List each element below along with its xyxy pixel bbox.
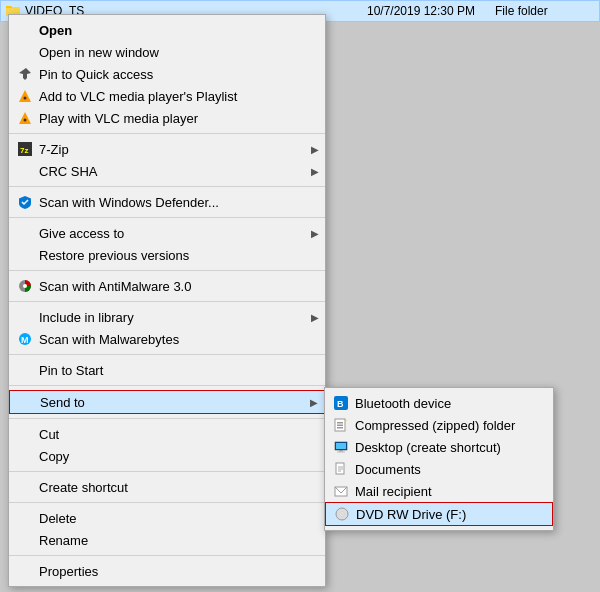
submenu-item-mail[interactable]: Mail recipient [325, 480, 553, 502]
svg-rect-20 [336, 443, 346, 449]
menu-separator [9, 217, 325, 218]
menu-item-label-copy: Copy [39, 449, 305, 464]
dvd-icon [334, 506, 350, 522]
submenu-item-documents[interactable]: Documents [325, 458, 553, 480]
none-icon [17, 163, 33, 179]
submenu-item-dvd[interactable]: DVD RW Drive (F:) [325, 502, 553, 526]
submenu-item-desktop[interactable]: Desktop (create shortcut) [325, 436, 553, 458]
menu-item-label-properties: Properties [39, 564, 305, 579]
menu-separator [9, 471, 325, 472]
submenu-item-label-compressed: Compressed (zipped) folder [355, 418, 515, 433]
svg-text:7z: 7z [20, 146, 28, 155]
svg-marker-15 [345, 419, 347, 421]
menu-separator [9, 354, 325, 355]
none-icon [17, 563, 33, 579]
menu-item-7zip[interactable]: 7z 7-Zip▶ [9, 138, 325, 160]
none-icon [17, 309, 33, 325]
svg-marker-24 [344, 463, 346, 465]
menu-separator [9, 502, 325, 503]
mail-icon [333, 483, 349, 499]
menu-item-scan-antimalware[interactable]: Scan with AntiMalware 3.0 [9, 275, 325, 297]
malwarebytes-icon: M [17, 331, 33, 347]
menu-item-label-add-vlc-playlist: Add to VLC media player's Playlist [39, 89, 305, 104]
none-icon [17, 247, 33, 263]
menu-item-delete[interactable]: Delete [9, 507, 325, 529]
shield-icon [17, 194, 33, 210]
submenu-item-label-documents: Documents [355, 462, 421, 477]
svg-text:M: M [21, 335, 29, 345]
menu-item-label-include-library: Include in library [39, 310, 305, 325]
zip-icon [333, 417, 349, 433]
menu-item-include-library[interactable]: Include in library▶ [9, 306, 325, 328]
menu-item-scan-malwarebytes[interactable]: M Scan with Malwarebytes [9, 328, 325, 350]
menu-item-pin-quick-access[interactable]: Pin to Quick access [9, 63, 325, 85]
svg-point-2 [24, 97, 27, 100]
vlc-icon [17, 110, 33, 126]
menu-item-label-play-vlc: Play with VLC media player [39, 111, 305, 126]
menu-separator [9, 418, 325, 419]
none-icon [17, 44, 33, 60]
submenu-item-label-mail: Mail recipient [355, 484, 432, 499]
menu-separator [9, 555, 325, 556]
menu-item-label-rename: Rename [39, 533, 305, 548]
menu-item-copy[interactable]: Copy [9, 445, 325, 467]
svg-point-5 [24, 119, 27, 122]
file-type: File folder [495, 4, 595, 18]
submenu-item-label-dvd: DVD RW Drive (F:) [356, 507, 466, 522]
none-icon [17, 479, 33, 495]
menu-item-create-shortcut[interactable]: Create shortcut [9, 476, 325, 498]
svg-rect-21 [339, 450, 343, 452]
menu-item-label-crc-sha: CRC SHA [39, 164, 305, 179]
submenu-arrow-include-library: ▶ [311, 312, 319, 323]
vlc-icon [17, 88, 33, 104]
menu-item-label-restore-versions: Restore previous versions [39, 248, 305, 263]
7zip-icon: 7z [17, 141, 33, 157]
svg-rect-17 [337, 425, 343, 427]
menu-item-restore-versions[interactable]: Restore previous versions [9, 244, 325, 266]
menu-item-open-new-window[interactable]: Open in new window [9, 41, 325, 63]
submenu-item-label-desktop: Desktop (create shortcut) [355, 440, 501, 455]
none-icon [17, 532, 33, 548]
menu-item-label-open-new-window: Open in new window [39, 45, 305, 60]
menu-item-scan-defender[interactable]: Scan with Windows Defender... [9, 191, 325, 213]
submenu-item-compressed[interactable]: Compressed (zipped) folder [325, 414, 553, 436]
menu-item-rename[interactable]: Rename [9, 529, 325, 551]
menu-item-give-access[interactable]: Give access to▶ [9, 222, 325, 244]
menu-item-play-vlc[interactable]: Play with VLC media player [9, 107, 325, 129]
none-icon [17, 448, 33, 464]
svg-rect-18 [337, 427, 343, 429]
menu-item-properties[interactable]: Properties [9, 560, 325, 582]
pin-icon [17, 66, 33, 82]
menu-separator [9, 186, 325, 187]
menu-item-open[interactable]: Open [9, 19, 325, 41]
none-icon [17, 362, 33, 378]
menu-item-add-vlc-playlist[interactable]: Add to VLC media player's Playlist [9, 85, 325, 107]
none-icon [17, 510, 33, 526]
submenu-item-bluetooth[interactable]: B Bluetooth device [325, 392, 553, 414]
menu-item-crc-sha[interactable]: CRC SHA▶ [9, 160, 325, 182]
svg-rect-16 [337, 422, 343, 424]
menu-separator [9, 270, 325, 271]
svg-text:B: B [337, 399, 344, 409]
desktop-icon [333, 439, 349, 455]
menu-item-label-scan-antimalware: Scan with AntiMalware 3.0 [39, 279, 305, 294]
menu-item-label-pin-quick-access: Pin to Quick access [39, 67, 305, 82]
menu-item-pin-start[interactable]: Pin to Start [9, 359, 325, 381]
submenu-arrow-give-access: ▶ [311, 228, 319, 239]
menu-item-cut[interactable]: Cut [9, 423, 325, 445]
none-icon [17, 225, 33, 241]
menu-item-label-open: Open [39, 23, 305, 38]
menu-separator [9, 385, 325, 386]
menu-item-send-to[interactable]: Send to▶ B Bluetooth device Compressed (… [9, 390, 325, 414]
menu-item-label-pin-start: Pin to Start [39, 363, 305, 378]
file-date: 10/7/2019 12:30 PM [351, 4, 491, 18]
context-menu: OpenOpen in new window Pin to Quick acce… [8, 14, 326, 587]
send-to-submenu: B Bluetooth device Compressed (zipped) f… [324, 387, 554, 531]
none-icon [17, 426, 33, 442]
none-icon [17, 22, 33, 38]
menu-item-label-give-access: Give access to [39, 226, 305, 241]
menu-item-label-scan-defender: Scan with Windows Defender... [39, 195, 305, 210]
antimalware-icon [17, 278, 33, 294]
svg-point-9 [23, 284, 27, 288]
menu-item-label-delete: Delete [39, 511, 305, 526]
